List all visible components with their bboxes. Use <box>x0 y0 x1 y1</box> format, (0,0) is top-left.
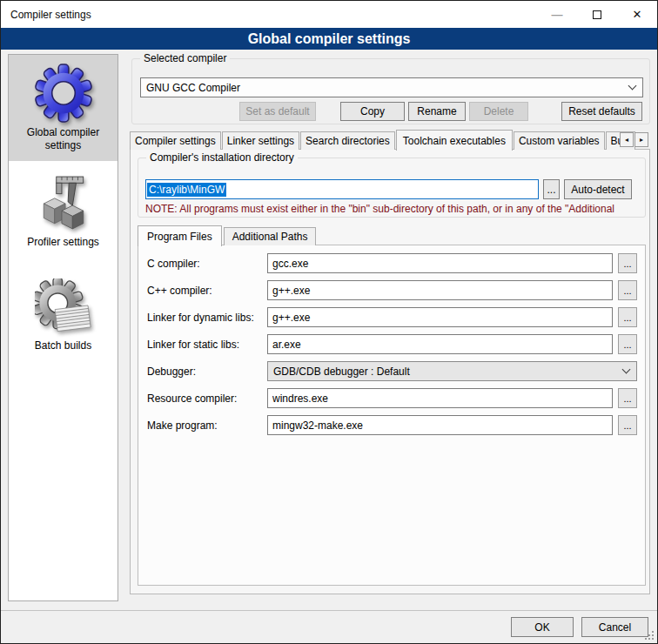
title-bar: Compiler settings — ✕ <box>1 1 657 28</box>
tab-scroll-left-button[interactable]: ◂ <box>620 132 634 147</box>
browse-linker-dynamic-button[interactable]: ... <box>618 307 637 327</box>
sidebar-item-label: Profiler settings <box>12 236 114 249</box>
caliper-icon <box>35 175 92 232</box>
tab-search-directories[interactable]: Search directories <box>300 131 395 150</box>
form-row-linker-dynamic: Linker for dynamic libs: ... <box>147 307 637 327</box>
tab-scroll-right-button[interactable]: ▸ <box>634 132 648 147</box>
chevron-down-icon <box>628 82 637 91</box>
page-title: Global compiler settings <box>248 31 411 47</box>
sidebar-item-batch-builds[interactable]: Batch builds <box>9 270 118 361</box>
field-label: C++ compiler: <box>147 285 267 297</box>
settings-tab-strip: Compiler settings Linker settings Search… <box>130 129 650 150</box>
field-label: C compiler: <box>147 258 267 270</box>
sidebar-item-label: Global compiler settings <box>12 126 114 152</box>
installation-directory-value: C:\raylib\MinGW <box>147 183 226 197</box>
settings-category-list: Global compiler settings <box>8 54 118 601</box>
resize-grip[interactable] <box>643 629 655 641</box>
group-legend: Compiler's installation directory <box>146 151 298 164</box>
window-title: Compiler settings <box>10 9 91 21</box>
debugger-dropdown[interactable]: GDB/CDB debugger : Default <box>267 361 637 381</box>
compiler-combobox-value: GNU GCC Compiler <box>146 82 624 94</box>
note-text: NOTE: All programs must exist either in … <box>145 203 644 215</box>
make-program-input[interactable] <box>267 415 613 435</box>
arrow-left-icon: ◂ <box>625 136 628 144</box>
files-tab-strip: Program Files Additional Paths <box>138 225 318 245</box>
form-row-cpp-compiler: C++ compiler: ... <box>147 280 637 300</box>
field-label: Resource compiler: <box>147 392 267 405</box>
form-row-debugger: Debugger: GDB/CDB debugger : Default <box>147 361 637 381</box>
tab-linker-settings[interactable]: Linker settings <box>222 131 299 150</box>
resource-compiler-input[interactable] <box>267 388 613 408</box>
reset-defaults-button[interactable]: Reset defaults <box>561 102 642 121</box>
minimize-button[interactable]: — <box>537 1 577 28</box>
tab-custom-variables[interactable]: Custom variables <box>514 131 605 150</box>
installation-directory-group: Compiler's installation directory C:\ray… <box>138 158 646 218</box>
cancel-button[interactable]: Cancel <box>581 617 648 637</box>
compiler-settings-dialog: Compiler settings — ✕ Global compiler se… <box>0 0 658 644</box>
tab-additional-paths[interactable]: Additional Paths <box>224 227 317 245</box>
c-compiler-input[interactable] <box>267 253 613 273</box>
tab-program-files[interactable]: Program Files <box>138 225 222 246</box>
linker-static-input[interactable] <box>267 334 613 354</box>
tab-compiler-settings[interactable]: Compiler settings <box>130 131 221 150</box>
field-label: Linker for dynamic libs: <box>147 312 267 324</box>
browse-make-program-button[interactable]: ... <box>618 415 637 435</box>
close-button[interactable]: ✕ <box>617 1 657 28</box>
tab-scroll-buttons: ◂ ▸ <box>619 132 648 147</box>
form-row-resource-compiler: Resource compiler: ... <box>147 388 637 408</box>
tab-toolchain-executables[interactable]: Toolchain executables <box>396 130 513 151</box>
browse-linker-static-button[interactable]: ... <box>618 334 637 354</box>
browse-directory-button[interactable]: ... <box>543 179 560 199</box>
toolchain-executables-page: Compiler's installation directory C:\ray… <box>130 149 650 594</box>
installation-directory-input[interactable]: C:\raylib\MinGW <box>145 179 539 199</box>
cpp-compiler-input[interactable] <box>267 280 613 300</box>
arrow-right-icon: ▸ <box>640 136 643 144</box>
browse-cpp-compiler-button[interactable]: ... <box>618 280 637 300</box>
field-label: Debugger: <box>147 366 267 378</box>
delete-button[interactable]: Delete <box>469 102 528 121</box>
field-label: Make program: <box>147 419 267 432</box>
ok-button[interactable]: OK <box>511 617 574 637</box>
rename-button[interactable]: Rename <box>408 102 466 121</box>
gear-blue-icon <box>34 64 93 123</box>
form-row-make-program: Make program: ... <box>147 415 637 435</box>
set-as-default-button[interactable]: Set as default <box>239 102 316 121</box>
compiler-combobox[interactable]: GNU GCC Compiler <box>140 77 643 97</box>
footer-divider <box>1 610 657 611</box>
browse-c-compiler-button[interactable]: ... <box>618 253 637 273</box>
browse-resource-compiler-button[interactable]: ... <box>618 388 637 408</box>
linker-dynamic-input[interactable] <box>267 307 613 327</box>
maximize-button[interactable] <box>577 1 617 28</box>
compiler-buttons-row: Set as default Copy Rename Delete Reset … <box>132 102 642 121</box>
field-label: Linker for static libs: <box>147 339 267 351</box>
chevron-down-icon <box>622 366 631 374</box>
form-row-linker-static: Linker for static libs: ... <box>147 334 637 354</box>
program-files-panel: C compiler: ... C++ compiler: ... Linker… <box>138 245 646 586</box>
dialog-header: Global compiler settings <box>1 28 657 50</box>
gear-stack-icon <box>35 278 92 336</box>
debugger-dropdown-value: GDB/CDB debugger : Default <box>273 366 618 378</box>
sidebar-item-global-compiler-settings[interactable]: Global compiler settings <box>9 55 118 161</box>
group-legend: Selected compiler <box>140 52 230 64</box>
close-icon: ✕ <box>633 8 642 21</box>
maximize-icon <box>593 10 601 19</box>
sidebar-item-label: Batch builds <box>12 339 114 352</box>
auto-detect-button[interactable]: Auto-detect <box>564 179 632 199</box>
form-row-c-compiler: C compiler: ... <box>147 253 637 273</box>
sidebar-item-profiler-settings[interactable]: Profiler settings <box>9 166 118 258</box>
minimize-icon: — <box>552 8 563 21</box>
caption-buttons: — ✕ <box>537 1 657 28</box>
selected-compiler-group: Selected compiler GNU GCC Compiler Set a… <box>131 58 650 124</box>
copy-button[interactable]: Copy <box>340 102 405 121</box>
